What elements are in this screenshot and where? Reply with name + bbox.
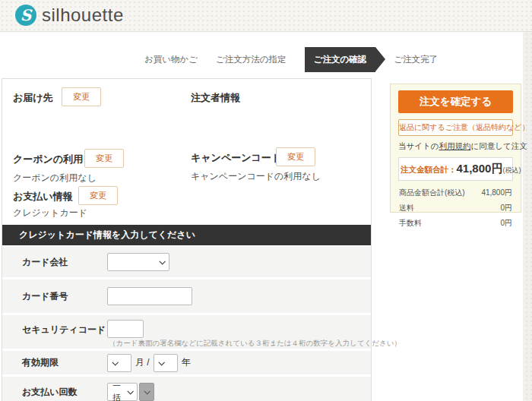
card-company-select[interactable] [107, 253, 169, 271]
expiry-month-select[interactable] [107, 354, 131, 372]
payment-status: クレジットカード [13, 207, 87, 219]
card-company-label: カード会社 [2, 256, 107, 269]
card-number-label: カード番号 [2, 290, 107, 303]
expiry-fields: 月 / 年 [107, 354, 191, 372]
breakdown-value: 0円 [500, 203, 512, 213]
security-code-label: セキュリティコード [2, 320, 107, 336]
chevron-down-icon [158, 359, 164, 365]
order-total-amount: 41,800円 [457, 162, 503, 175]
step-cart[interactable]: お買い物かご [144, 54, 198, 65]
terms-link[interactable]: 利用規約 [439, 141, 470, 150]
orderer-section-title: 注文者情報 [191, 91, 240, 105]
coupon-status: クーポンの利用なし [13, 172, 97, 185]
breakdown-label: 送料 [399, 203, 414, 213]
chevron-down-icon [127, 388, 133, 394]
card-number-input[interactable] [107, 287, 192, 305]
order-confirmation-panel: お届け先 変更 注文者情報 クーポンの利用 変更 クーポンの利用なし キャンペー… [2, 78, 372, 401]
chevron-down-icon [159, 258, 165, 264]
order-total-box: 注文金額合計：41,800円(税込) [398, 157, 513, 181]
terms-agreement-text: 当サイトの利用規約に同意して注文 [398, 141, 513, 152]
payment-section-title: お支払い情報 [13, 190, 73, 204]
expiry-month-suffix: 月 / [135, 356, 150, 369]
agree-prefix: 当サイトの [398, 141, 439, 150]
installments-select[interactable]: 一括 [107, 383, 138, 401]
expiry-year-suffix: 年 [182, 356, 191, 369]
installments-selected-value: 一括 [112, 380, 128, 401]
site-header: S silhouette [0, 0, 532, 32]
breakdown-value: 41,800円 [481, 188, 512, 198]
installments-label: お支払い回数 [2, 386, 107, 399]
installments-sub-select[interactable] [139, 383, 154, 401]
expiry-label: 有効期限 [2, 356, 107, 369]
security-code-input[interactable] [107, 320, 144, 338]
breakdown-row-items: 商品金額合計(税込) 41,800円 [398, 185, 513, 200]
installments-row: お支払い回数 一括 [2, 377, 371, 401]
order-summary-panel: 注文を確定する 返品に関するご注意（返品特約など） 当サイトの利用規約に同意して… [390, 84, 521, 213]
return-policy-link[interactable]: 返品に関するご注意（返品特約など） [398, 119, 513, 136]
card-number-row: カード番号 [2, 279, 371, 313]
breakdown-value: 0円 [500, 218, 512, 229]
security-code-row: セキュリティコード （カード裏面の署名欄などに記載されている３桁または４桁の数字… [2, 315, 371, 349]
chevron-down-icon [144, 388, 150, 394]
step-order-complete: ご注文完了 [394, 54, 438, 65]
change-campaign-button[interactable]: 変更 [276, 147, 315, 166]
card-form-header: クレジットカード情報を入力してください [2, 225, 371, 245]
security-code-note: （カード裏面の署名欄などに記載されている３桁または４桁の数字を入力してください） [109, 339, 401, 349]
logo-s-icon: S [15, 5, 36, 26]
campaign-status: キャンペーンコードの利用なし [191, 170, 321, 183]
expiry-year-select[interactable] [154, 354, 178, 372]
breakdown-row-shipping: 送料 0円 [398, 200, 513, 216]
breakdown-label: 手数料 [399, 218, 422, 229]
coupon-section-title: クーポンの利用 [13, 153, 83, 166]
agree-suffix: に同意して注文 [470, 141, 527, 150]
card-company-row: カード会社 [2, 247, 371, 277]
price-breakdown: 商品金額合計(税込) 41,800円 送料 0円 手数料 0円 [398, 185, 513, 231]
order-total-label: 注文金額合計： [401, 165, 457, 174]
logo[interactable]: S silhouette [15, 5, 124, 26]
step-order-method[interactable]: ご注文方法の指定 [216, 54, 287, 65]
breakdown-row-fee: 手数料 0円 [398, 216, 513, 231]
confirm-order-button[interactable]: 注文を確定する [398, 90, 513, 113]
chevron-down-icon [112, 359, 118, 365]
change-shipping-button[interactable]: 変更 [62, 87, 101, 106]
checkout-steps: お買い物かご ご注文方法の指定 ご注文の確認 ご注文完了 [144, 46, 438, 73]
breakdown-label: 商品金額合計(税込) [399, 188, 465, 198]
shipping-section-title: お届け先 [13, 91, 53, 105]
expiry-row: 有効期限 月 / 年 [2, 351, 371, 374]
order-total-tax-note: (税込) [502, 166, 521, 174]
card-form: カード会社 カード番号 セキュリティコード （カード裏面の署名欄などに記載されて… [2, 247, 371, 401]
step-order-confirm: ご注文の確認 [305, 47, 376, 72]
change-payment-button[interactable]: 変更 [78, 186, 118, 205]
campaign-section-title: キャンペーンコード [191, 151, 281, 165]
logo-text: silhouette [42, 5, 124, 26]
installments-fields: 一括 [107, 383, 154, 401]
change-coupon-button[interactable]: 変更 [84, 149, 124, 168]
